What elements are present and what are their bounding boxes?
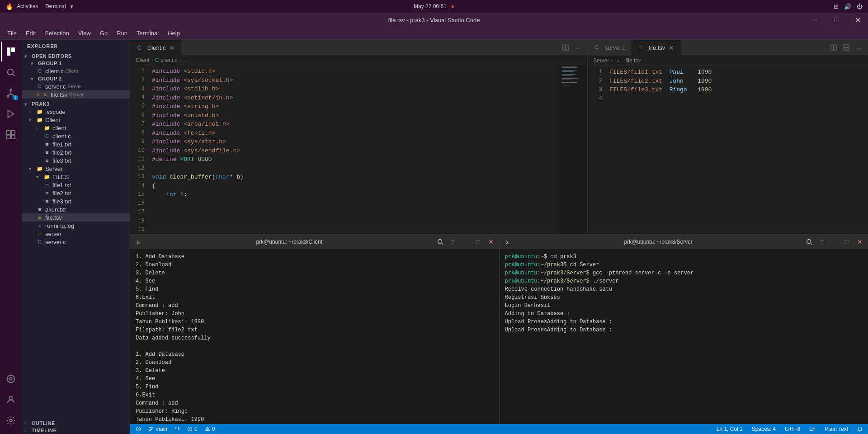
terminal-right-search[interactable] xyxy=(805,237,814,246)
line-col-indicator[interactable]: Ln 1, Col 1 xyxy=(715,424,745,434)
activity-settings[interactable] xyxy=(1,410,21,430)
activity-search[interactable] xyxy=(1,62,21,82)
terminal-dropdown-icon[interactable]: ▼ xyxy=(70,4,74,9)
more-actions-button[interactable]: ··· xyxy=(573,42,584,53)
terminal-right-minimize[interactable]: ─ xyxy=(830,237,839,246)
group2-header[interactable]: ▾ GROUP 2 xyxy=(22,75,130,82)
open-editors-header[interactable]: ▾ OPEN EDITORS xyxy=(22,52,130,60)
sidebar-item-file2-server[interactable]: ≡ file2.txt xyxy=(22,189,130,197)
errors-indicator[interactable]: 0 xyxy=(185,424,199,434)
file-badge: Server xyxy=(69,92,84,97)
git-branch[interactable]: main xyxy=(146,424,169,434)
terminal-label[interactable]: Terminal xyxy=(45,3,66,9)
spaces-indicator[interactable]: Spaces: 4 xyxy=(750,424,778,434)
terminal-right-close[interactable]: ✕ xyxy=(855,237,864,246)
terminal-search-button[interactable] xyxy=(436,237,445,246)
sidebar-item-file2-client[interactable]: ≡ file2.txt xyxy=(22,148,130,156)
terminal-right-maximize[interactable]: □ xyxy=(843,237,852,246)
menu-selection[interactable]: Selection xyxy=(41,29,72,38)
folder-icon: 📁 xyxy=(36,165,43,172)
tab-close-button[interactable]: ✕ xyxy=(168,44,175,52)
sidebar-item-file-tsv[interactable]: ≡ file.tsv xyxy=(22,213,130,222)
minimize-button[interactable]: ─ xyxy=(806,13,826,27)
sidebar-item-vscode[interactable]: › 📁 .vscode xyxy=(22,108,130,116)
menu-terminal[interactable]: Terminal xyxy=(133,29,162,38)
activity-remote[interactable] xyxy=(1,369,21,389)
sidebar-item-files-folder[interactable]: ▾ 📁 FILES xyxy=(22,173,130,181)
open-editor-file-tsv[interactable]: ✕ ≡ file.tsv Server xyxy=(22,90,130,99)
activity-extensions[interactable] xyxy=(1,125,21,145)
language-indicator[interactable]: Plain Text xyxy=(823,424,850,434)
terminal-close-button[interactable]: ✕ xyxy=(486,237,495,246)
sync-button[interactable] xyxy=(173,424,182,434)
terminal-right-menu[interactable]: ≡ xyxy=(817,237,826,246)
activities-label[interactable]: Activities xyxy=(17,3,38,9)
remote-status[interactable] xyxy=(134,424,143,434)
tsv-content-area[interactable]: 1234 FILES/file1.txt Paul 1990 FILES/fil… xyxy=(588,66,868,234)
terminal-right-body[interactable]: prk@ubuntu:~$ cd prak3 prk@ubuntu:~/prak… xyxy=(500,249,868,424)
menu-file[interactable]: File xyxy=(4,29,20,38)
file-name: file.tsv xyxy=(45,214,62,221)
sidebar-item-file1-server[interactable]: ≡ file1.txt xyxy=(22,181,130,189)
group1-header[interactable]: ▾ GROUP 1 xyxy=(22,60,130,67)
split-editor-button[interactable] xyxy=(560,42,571,53)
outline-header[interactable]: › OUTLINE xyxy=(22,420,130,427)
terminal-maximize-button[interactable]: □ xyxy=(474,237,483,246)
right-more-button[interactable]: ··· xyxy=(854,42,864,53)
menu-run[interactable]: Run xyxy=(113,29,131,38)
sidebar-item-client-folder[interactable]: ▾ 📁 Client xyxy=(22,116,130,124)
activity-git[interactable]: 1 xyxy=(1,83,21,103)
menu-view[interactable]: View xyxy=(75,29,94,38)
maximize-button[interactable]: □ xyxy=(826,13,847,27)
sidebar-item-file3-client[interactable]: ≡ file3.txt xyxy=(22,156,130,165)
folder-icon: 📁 xyxy=(36,116,43,123)
activity-debug[interactable] xyxy=(1,104,21,124)
svg-rect-38 xyxy=(844,45,849,47)
status-right: Ln 1, Col 1 Spaces: 4 UTF-8 LF Plain Tex… xyxy=(715,424,864,434)
svg-rect-29 xyxy=(562,75,572,76)
menu-go[interactable]: Go xyxy=(96,29,111,38)
menu-help[interactable]: Help xyxy=(164,29,184,38)
left-code-area[interactable]: 12345 678910 1112131415 1617181920 21222… xyxy=(130,65,587,234)
sidebar-item-file3-server[interactable]: ≡ file3.txt xyxy=(22,197,130,205)
sidebar-item-server-folder[interactable]: ▾ 📁 Server xyxy=(22,165,130,173)
sidebar-item-server-bin[interactable]: ≡ server xyxy=(22,230,130,238)
svg-point-17 xyxy=(9,396,12,400)
notifications-button[interactable] xyxy=(855,424,864,434)
terminal-menu-button[interactable]: ≡ xyxy=(448,237,458,246)
sidebar-item-akun[interactable]: ≡ akun.txt xyxy=(22,205,130,213)
activities-icon[interactable]: 🔥 xyxy=(5,3,13,10)
prak3-header[interactable]: ▾ PRAK3 xyxy=(22,100,130,108)
tab-server-c[interactable]: C server.c xyxy=(588,40,632,56)
open-editor-server-c[interactable]: C server.c Server xyxy=(22,82,130,90)
sidebar-item-server-c[interactable]: C server.c xyxy=(22,238,130,246)
terminal-left-title: prk@ubuntu: ~/prak3/Client xyxy=(146,239,432,245)
tab-tsv-close[interactable]: ✕ xyxy=(668,44,675,52)
eol-text: LF xyxy=(809,426,816,432)
menu-edit[interactable]: Edit xyxy=(22,29,39,38)
sidebar: EXPLORER ▾ OPEN EDITORS ▾ GROUP 1 C clie… xyxy=(22,40,130,434)
timeline-header[interactable]: › TIMELINE xyxy=(22,427,130,434)
sidebar-item-client-c[interactable]: C client.c xyxy=(22,132,130,140)
split-right-button[interactable] xyxy=(828,42,839,53)
activity-account[interactable] xyxy=(1,390,21,410)
svg-point-56 xyxy=(207,430,208,430)
terminal-left-body[interactable]: 1. Add Database 2. Download 3. Delete 4.… xyxy=(130,249,499,424)
layout-button[interactable] xyxy=(841,42,852,53)
encoding-indicator[interactable]: UTF-8 xyxy=(783,424,802,434)
sidebar-item-client-subfolder[interactable]: › 📁 client xyxy=(22,124,130,132)
txt-file-icon: ≡ xyxy=(43,181,51,189)
svg-rect-30 xyxy=(562,77,575,77)
sidebar-item-running-log[interactable]: ≡ running.log xyxy=(22,222,130,230)
eol-indicator[interactable]: LF xyxy=(807,424,817,434)
tab-file-tsv[interactable]: ≡ file.tsv ✕ xyxy=(632,40,681,56)
window-controls: ─ □ ✕ xyxy=(806,13,868,27)
activity-explorer[interactable] xyxy=(1,42,21,61)
close-button[interactable]: ✕ xyxy=(847,13,868,27)
outline-chevron: › xyxy=(24,421,32,426)
tab-client-c[interactable]: C client.c ✕ xyxy=(130,40,181,56)
terminal-minimize-button[interactable]: ─ xyxy=(461,237,470,246)
open-editor-client-c[interactable]: C client.c Client xyxy=(22,67,130,75)
sidebar-item-file1-client[interactable]: ≡ file1.txt xyxy=(22,140,130,148)
warnings-indicator[interactable]: 0 xyxy=(203,424,217,434)
